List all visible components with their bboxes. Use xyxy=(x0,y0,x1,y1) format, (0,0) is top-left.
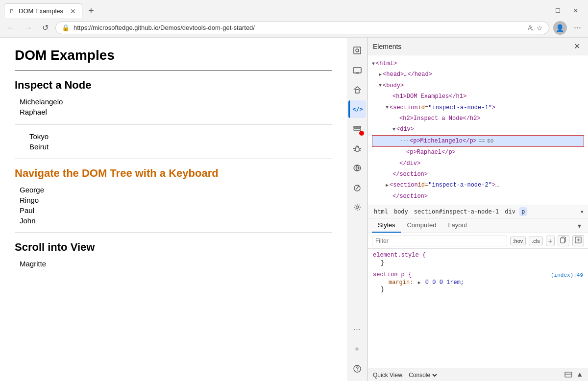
quick-view-dock-icon[interactable] xyxy=(564,370,572,380)
dom-node-head[interactable]: ▶ <head>…</head> xyxy=(372,69,584,80)
maximize-button[interactable]: ☐ xyxy=(549,5,566,16)
minimize-button[interactable]: — xyxy=(531,5,548,16)
css-expand-arrow[interactable]: ▶ xyxy=(418,280,421,286)
styles-filter-input[interactable] xyxy=(372,236,507,246)
svg-rect-23 xyxy=(565,372,572,377)
michelangelo-item: Michelangelo xyxy=(15,97,332,106)
refresh-button[interactable]: ↺ xyxy=(39,22,51,33)
performance-icon[interactable] xyxy=(348,179,366,196)
css-selector-element[interactable]: element.style { xyxy=(373,252,583,259)
styles-content: element.style { } section p { (index):49… xyxy=(368,249,588,368)
breadcrumb-p[interactable]: p xyxy=(519,207,527,216)
dom-node-html[interactable]: ▼ <html> xyxy=(372,58,584,69)
layers-badge xyxy=(359,131,364,136)
css-closing-brace: } xyxy=(381,260,583,266)
breadcrumb-section[interactable]: section#inspect-a-node-1 xyxy=(412,207,501,216)
add-style-icon[interactable]: + xyxy=(546,236,555,246)
back-button[interactable]: ← xyxy=(4,23,18,33)
read-aloud-icon[interactable]: 𝔸 xyxy=(528,24,533,32)
expand-arrow-section2[interactable]: ▶ xyxy=(386,181,389,190)
dom-node-div-close[interactable]: </div> xyxy=(372,158,584,169)
section-scroll-heading: Scroll into View xyxy=(15,241,332,254)
profile-avatar[interactable]: 👤 xyxy=(553,21,567,35)
css-property-margin: margin: ▶ 0 0 0 1rem; xyxy=(381,279,583,286)
css-source-link[interactable]: (index):49 xyxy=(551,272,583,278)
css-rule-element-style: element.style { } xyxy=(373,252,583,266)
breadcrumb-html[interactable]: html xyxy=(372,207,390,216)
svg-line-8 xyxy=(353,148,355,149)
styles-filter-bar: :hov .cls + xyxy=(368,233,588,249)
browser-tab[interactable]: 🗋 DOM Examples ✕ xyxy=(4,3,82,18)
favorites-icon[interactable]: ☆ xyxy=(537,24,543,32)
section-divider-3 xyxy=(15,233,332,233)
tab-styles[interactable]: Styles xyxy=(372,218,401,233)
expand-arrow-body[interactable]: ▼ xyxy=(379,81,382,90)
add-tool-icon[interactable]: + xyxy=(348,340,366,358)
dom-node-section2-close[interactable]: </section> xyxy=(372,191,584,202)
expand-arrow-div[interactable]: ▼ xyxy=(392,125,395,134)
browser-chrome: 🗋 DOM Examples ✕ + — ☐ ✕ ← → ↺ 🔒 https:/… xyxy=(0,0,588,38)
layers-icon[interactable] xyxy=(348,120,366,138)
dom-node-section1-close[interactable]: </section> xyxy=(372,169,584,180)
css-selector-section-p[interactable]: section p { xyxy=(373,271,412,278)
quick-view-bar: Quick View: Console ▲ xyxy=(368,368,588,381)
network-icon[interactable] xyxy=(348,159,366,177)
dom-node-h1[interactable]: <h1>DOM Examples</h1> xyxy=(372,91,584,102)
devtools-sidebar: </> ··· + xyxy=(347,38,368,381)
svg-line-11 xyxy=(359,150,361,151)
expand-arrow-section1[interactable]: ▼ xyxy=(386,103,389,112)
magritte-item: Magritte xyxy=(15,260,332,268)
quick-view-label: Quick View: xyxy=(373,372,404,379)
home-icon[interactable] xyxy=(348,81,366,98)
help-icon[interactable] xyxy=(348,360,366,378)
url-box[interactable]: 🔒 https://microsoftedge.github.io/Demos/… xyxy=(55,22,549,34)
close-button[interactable]: ✕ xyxy=(567,5,584,16)
expand-arrow[interactable]: ▼ xyxy=(372,60,375,68)
more-options-button[interactable]: ··· xyxy=(571,22,584,34)
tab-computed[interactable]: Computed xyxy=(401,218,442,233)
breadcrumb-div[interactable]: div xyxy=(503,207,517,216)
settings-icon[interactable] xyxy=(348,198,366,216)
tab-bar: 🗋 DOM Examples ✕ + — ☐ ✕ xyxy=(0,0,588,19)
dom-node-section1[interactable]: ▼ <section id="inspect-a-node-1"> xyxy=(372,102,584,113)
tab-close-button[interactable]: ✕ xyxy=(69,7,77,15)
devtools-header: Elements ✕ xyxy=(368,38,588,55)
more-options-icon[interactable]: ··· xyxy=(348,321,366,338)
quick-view-collapse-icon[interactable]: ▲ xyxy=(576,370,583,380)
dom-tree[interactable]: ▼ <html> ▶ <head>…</head> ▼ <body> <h1>D… xyxy=(368,55,588,205)
dom-node-p-raphael[interactable]: <p>Raphael</p> xyxy=(372,147,584,158)
svg-point-15 xyxy=(356,206,358,209)
svg-point-1 xyxy=(356,49,359,52)
new-style-rule-icon[interactable] xyxy=(572,235,584,246)
copy-style-icon[interactable] xyxy=(558,235,569,246)
bug-icon[interactable] xyxy=(348,140,366,157)
dom-node-div[interactable]: ▼ <div> xyxy=(372,124,584,135)
forward-button[interactable]: → xyxy=(22,23,35,33)
breadcrumb-dropdown[interactable]: ▾ xyxy=(580,208,584,215)
george-item: George xyxy=(15,186,332,194)
devtools-close-button[interactable]: ✕ xyxy=(571,41,583,52)
inspect-element-icon[interactable] xyxy=(348,42,366,59)
section-divider-1 xyxy=(15,124,332,124)
dom-node-p-michelangelo[interactable]: ··· <p>Michelangelo</p> == $0 xyxy=(372,135,584,147)
class-filter-button[interactable]: .cls xyxy=(529,237,543,245)
tab-layout[interactable]: Layout xyxy=(442,218,473,233)
breadcrumb-body[interactable]: body xyxy=(392,207,410,216)
svg-point-7 xyxy=(355,147,359,152)
tab-title: DOM Examples xyxy=(19,7,65,15)
paul-item: Paul xyxy=(15,206,332,214)
expand-arrow-head[interactable]: ▶ xyxy=(379,71,382,79)
styles-tab-dropdown[interactable]: ▾ xyxy=(575,219,584,233)
dom-node-section2[interactable]: ▶ <section id="inspect-a-node-2">… xyxy=(372,180,584,190)
elements-panel-icon[interactable]: </> xyxy=(348,100,366,118)
dom-node-h2[interactable]: <h2>Inspect a Node</h2> xyxy=(372,113,584,124)
device-emulation-icon[interactable] xyxy=(348,61,366,79)
svg-rect-4 xyxy=(355,90,359,93)
dom-node-body[interactable]: ▼ <body> xyxy=(372,80,584,91)
raphael-item: Raphael xyxy=(15,108,332,116)
quick-view-select[interactable]: Console xyxy=(407,371,439,379)
hover-filter-button[interactable]: :hov xyxy=(510,237,526,245)
url-text: https://microsoftedge.github.io/Demos/de… xyxy=(74,24,524,31)
new-tab-button[interactable]: + xyxy=(84,4,98,18)
ringo-item: Ringo xyxy=(15,196,332,204)
